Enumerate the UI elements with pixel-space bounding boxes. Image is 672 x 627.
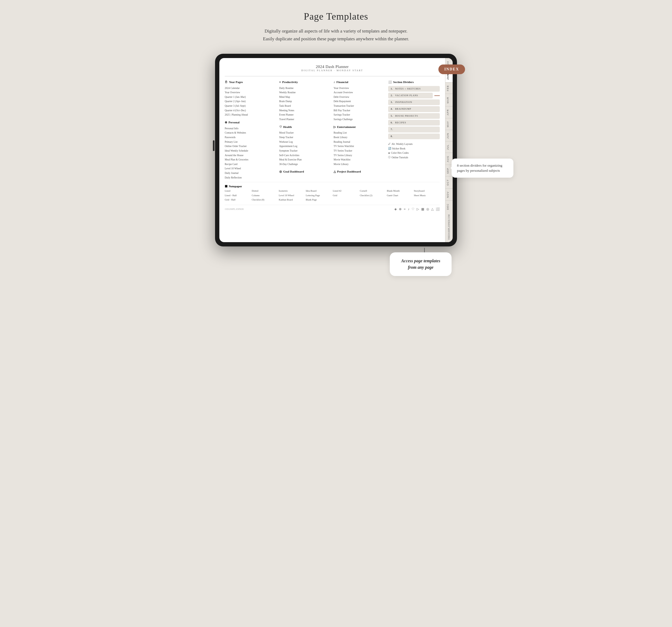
notepaper-grid[interactable]: Grid [333, 193, 359, 197]
divider-4[interactable]: 4.BRAINDUMP [388, 106, 440, 112]
health-item-8[interactable]: 30-Day Challenge [279, 162, 331, 167]
bottom-icon-4[interactable]: ♪ [408, 207, 409, 211]
notepaper-lined-half[interactable]: Lined - Half [225, 193, 251, 197]
divider-3[interactable]: 3.INSPIRATION [388, 99, 440, 105]
fin-item-1[interactable]: Year Overview [334, 86, 385, 91]
prod-item-3[interactable]: Mind Map [279, 95, 331, 99]
divider-2[interactable]: 2.VACATION PLANS [388, 93, 440, 98]
fin-item-7[interactable]: Savings Tracker [334, 113, 385, 117]
year-item-2[interactable]: Year Overview [225, 90, 277, 95]
bottom-icon-6[interactable]: ▷ [417, 207, 419, 211]
tab-mar[interactable]: MAR [446, 94, 453, 106]
notepaper-blank-page[interactable]: Blank Page [306, 198, 332, 201]
health-item-6[interactable]: Self-Care Activities [279, 153, 331, 158]
health-item-7[interactable]: Meal & Exercise Plan [279, 158, 331, 162]
personal-item-10[interactable]: Level 10 Wheel [225, 166, 277, 171]
fin-item-3[interactable]: Debt Overview [334, 95, 385, 99]
year-item-7[interactable]: 2025 | Planning Ahead [225, 113, 277, 117]
prod-item-2[interactable]: Weekly Routine [279, 90, 331, 95]
year-item-6[interactable]: Quarter 4 (Oct–Dec) [225, 108, 277, 113]
notepaper-checklist2[interactable]: Checklist (2) [360, 193, 386, 197]
notepaper-lined[interactable]: Lined [225, 189, 251, 193]
notepaper-blank-month[interactable]: Blank Month [387, 189, 413, 193]
index-badge[interactable]: INDEX [438, 65, 465, 74]
divider-1[interactable]: 1.NOTES + SKETCHES [388, 86, 440, 92]
tab-jul[interactable]: JUL [446, 141, 453, 153]
bottom-icon-8[interactable]: ◎ [426, 207, 429, 211]
bottom-icons[interactable]: ◈ ⊕ ≡ ♪ ♡ ▷ ▦ ◎ △ ⬜ [394, 207, 440, 211]
divider-7[interactable]: 7. [388, 126, 440, 132]
personal-item-6[interactable]: Ideal Weekly Schedule [225, 149, 277, 153]
year-item-4[interactable]: Quarter 2 (Apr–Jun) [225, 99, 277, 104]
bottom-icon-7[interactable]: ▦ [421, 207, 424, 211]
notepaper-idea-board[interactable]: Idea Board [306, 189, 332, 193]
prod-item-6[interactable]: Meeting Notes [279, 108, 331, 113]
tab-may[interactable]: MAY [446, 118, 453, 130]
personal-item-4[interactable]: Primary List [225, 140, 277, 144]
bottom-icon-2[interactable]: ⊕ [399, 207, 402, 211]
ent-item-7[interactable]: Movie Watchlist [334, 158, 385, 162]
tab-apr[interactable]: APR [446, 106, 453, 118]
ent-item-8[interactable]: Movie Library [334, 162, 385, 167]
prod-item-1[interactable]: Daily Routine [279, 86, 331, 91]
tab-nov[interactable]: NOV [446, 188, 453, 200]
personal-item-12[interactable]: Daily Reflection [225, 175, 277, 180]
prod-item-4[interactable]: Brain Dump [279, 99, 331, 104]
tab-feb[interactable]: FEB [446, 82, 453, 94]
personal-item-8[interactable]: Meal Plan & Groceries [225, 158, 277, 162]
ent-item-3[interactable]: Reading Journal [334, 140, 385, 144]
notepaper-storyboard[interactable]: Storyboard [414, 189, 440, 193]
extra-item-3[interactable]: ◈Color Hex Codes [388, 151, 440, 155]
health-item-5[interactable]: Symptom Tracker [279, 149, 331, 153]
year-item-1[interactable]: 2024 Calendar [225, 86, 277, 91]
tab-oct[interactable]: OCT [446, 176, 453, 188]
notepaper-sheet-music[interactable]: Sheet Music [414, 193, 440, 197]
fin-item-5[interactable]: Transaction Tracker [334, 104, 385, 108]
fin-item-8[interactable]: Savings Challenge [334, 117, 385, 122]
notepaper-cornell[interactable]: Cornell [360, 189, 386, 193]
divider-8[interactable]: 8. [388, 134, 440, 139]
fin-item-4[interactable]: Debt Repayment [334, 99, 385, 104]
notepaper-isometric[interactable]: Isometric [279, 189, 305, 193]
personal-item-9[interactable]: Recipe Card [225, 162, 277, 167]
year-item-5[interactable]: Quarter 3 (Jul–Sept) [225, 104, 277, 108]
bottom-icon-5[interactable]: ♡ [411, 207, 414, 211]
divider-6[interactable]: 6.RECIPES [388, 120, 440, 125]
personal-item-3[interactable]: Passwords [225, 135, 277, 140]
prod-item-8[interactable]: Travel Planner [279, 117, 331, 122]
health-item-3[interactable]: Workout Log [279, 140, 331, 144]
personal-item-1[interactable]: Personal Info [225, 126, 277, 131]
fin-item-6[interactable]: Bill Pay Tracker [334, 108, 385, 113]
personal-item-11[interactable]: Daily Journal [225, 171, 277, 175]
personal-item-7[interactable]: Around the House [225, 153, 277, 158]
notepaper-column[interactable]: Column [252, 193, 278, 197]
ent-item-6[interactable]: TV Series Library [334, 153, 385, 158]
notepaper-level10[interactable]: Level 10 Wheel [279, 193, 305, 197]
ent-item-1[interactable]: Reading List [334, 130, 385, 135]
notepaper-grid-half[interactable]: Grid - Half [225, 198, 251, 201]
notepaper-gantt[interactable]: Gantt Chart [387, 193, 413, 197]
divider-5[interactable]: 5.HOUSE PROJECTS [388, 113, 440, 119]
ent-item-5[interactable]: TV Series Tracker [334, 149, 385, 153]
ent-item-4[interactable]: TV Series Watchlist [334, 144, 385, 149]
health-item-4[interactable]: Appointment Log [279, 144, 331, 149]
bottom-icon-9[interactable]: △ [431, 207, 434, 211]
tab-dec[interactable]: DEC [446, 200, 453, 213]
personal-item-5[interactable]: Online Order Tracker [225, 144, 277, 149]
notepaper-checklist8[interactable]: Checklist (8) [252, 198, 278, 201]
ent-item-2[interactable]: Book Library [334, 135, 385, 140]
prod-item-5[interactable]: Task Board [279, 104, 331, 108]
fin-item-2[interactable]: Account Overview [334, 90, 385, 95]
extra-item-4[interactable]: ⓘOnline Tutorials [388, 155, 440, 160]
notepaper-lined2[interactable]: Lined #2 [333, 189, 359, 193]
bottom-icon-1[interactable]: ◈ [394, 207, 397, 211]
bottom-icon-3[interactable]: ≡ [404, 207, 406, 211]
health-item-2[interactable]: Sleep Tracker [279, 135, 331, 140]
tab-jun[interactable]: JUN [446, 130, 453, 141]
prod-item-7[interactable]: Event Planner [279, 113, 331, 117]
notepaper-dotted[interactable]: Dotted [252, 189, 278, 193]
extra-item-2[interactable]: 🔄Sticker Book [388, 146, 440, 151]
notepaper-kanban[interactable]: Kanban Board [279, 198, 305, 201]
year-item-3[interactable]: Quarter 1 (Jan–Mar) [225, 95, 277, 99]
personal-item-2[interactable]: Contacts & Websites [225, 130, 277, 135]
